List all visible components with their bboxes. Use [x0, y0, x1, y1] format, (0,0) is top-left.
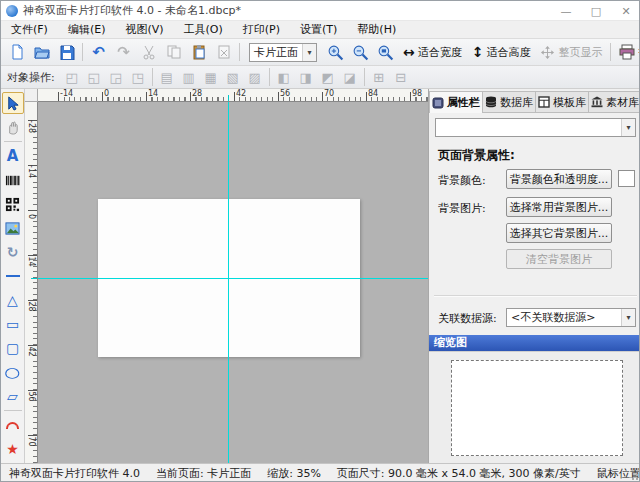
- print-preview-button[interactable]: 打印预览: [614, 42, 640, 63]
- status-app-name: 神奇双面卡片打印软件 4.0: [1, 466, 148, 481]
- toolbar-separator: [82, 43, 83, 61]
- tab-database[interactable]: 数据库: [483, 91, 536, 112]
- tab-database-label: 数据库: [500, 95, 533, 110]
- design-canvas[interactable]: [38, 102, 428, 463]
- whole-page-icon: [540, 45, 555, 60]
- v-ruler-label: 0: [27, 210, 36, 223]
- undo-button[interactable]: ↶: [86, 41, 111, 64]
- rounded-rect-icon: ▢: [6, 341, 19, 355]
- rectangle-tool[interactable]: ▭: [2, 313, 24, 335]
- tab-materials-label: 素材库: [606, 95, 639, 110]
- bg-image-common-button[interactable]: 选择常用背景图片...: [506, 197, 612, 217]
- tab-templates[interactable]: 模板库: [536, 91, 589, 112]
- select-tool[interactable]: [2, 92, 24, 114]
- bank-icon: [591, 96, 603, 108]
- line-tool[interactable]: [2, 265, 24, 287]
- object-op-icon: ▨: [244, 68, 266, 86]
- database-icon: [485, 96, 497, 108]
- v-ruler-label: 56: [27, 390, 36, 403]
- v-ruler: -28-140142842567084: [25, 102, 38, 463]
- ruler-corner: [25, 89, 38, 102]
- ruler-guide-marker: [228, 95, 229, 101]
- menu-item-settings[interactable]: 设置(T): [290, 21, 347, 39]
- zoom-ratio-button[interactable]: [373, 41, 398, 64]
- image-tool[interactable]: [2, 217, 24, 239]
- menu-item-print[interactable]: 打印(P): [233, 21, 290, 39]
- tab-properties[interactable]: 属性栏: [429, 91, 483, 113]
- fit-width-label: 适合宽度: [418, 45, 462, 60]
- ellipse-tool[interactable]: ○: [2, 361, 24, 383]
- chevron-down-icon[interactable]: ▾: [621, 309, 635, 326]
- delete-icon: [216, 44, 232, 60]
- menu-item-edit[interactable]: 编辑(E): [58, 21, 116, 39]
- menu-item-view[interactable]: 视图(V): [115, 21, 173, 39]
- thumbnail-preview[interactable]: [451, 360, 623, 456]
- cursor-icon: [5, 96, 20, 111]
- print-preview-icon: [619, 44, 635, 60]
- chevron-down-icon[interactable]: ▾: [302, 44, 316, 61]
- resize-grip[interactable]: [631, 473, 639, 481]
- qrcode-tool[interactable]: [2, 193, 24, 215]
- bg-color-swatch[interactable]: [618, 170, 635, 187]
- parallelogram-tool[interactable]: ▱: [2, 385, 24, 407]
- rounded-rect-tool[interactable]: ▢: [2, 337, 24, 359]
- qrcode-icon: [5, 197, 20, 212]
- arc-text-tool[interactable]: [2, 414, 24, 436]
- center-guide-horizontal: [38, 278, 428, 279]
- save-icon: [59, 44, 75, 60]
- menu-item-file[interactable]: 文件(F): [1, 21, 58, 39]
- ellipse-icon: ○: [5, 365, 21, 379]
- maximize-button[interactable]: □: [581, 1, 611, 21]
- fit-height-button[interactable]: ↕ 适合高度: [467, 42, 536, 63]
- bg-color-button[interactable]: 背景颜色和透明度...: [506, 169, 612, 189]
- status-bar: 神奇双面卡片打印软件 4.0 当前页面: 卡片正面 缩放: 35% 页面尺寸: …: [1, 463, 640, 482]
- object-op-icon: ◪: [339, 68, 361, 86]
- page-selector-combo[interactable]: 卡片正面 ▾: [249, 43, 317, 62]
- bg-image-clear-button: 清空背景图片: [506, 249, 612, 269]
- datasource-combo[interactable]: <不关联数据源> ▾: [506, 308, 636, 327]
- star-icon: ★: [6, 442, 19, 456]
- text-tool[interactable]: A: [2, 145, 24, 167]
- toolbar-separator: [364, 68, 365, 86]
- triangle-tool[interactable]: △: [2, 289, 24, 311]
- tab-materials[interactable]: 素材库: [589, 91, 640, 112]
- cut-icon: [141, 44, 157, 60]
- fit-width-button[interactable]: ↔ 适合宽度: [398, 42, 467, 63]
- star-tool[interactable]: ★: [2, 438, 24, 460]
- bg-image-other-button[interactable]: 选择其它背景图片...: [506, 223, 612, 243]
- menu-item-tools[interactable]: 工具(O): [174, 21, 233, 39]
- parallelogram-icon: ▱: [7, 389, 18, 403]
- paste-button[interactable]: [186, 41, 211, 64]
- zoom-in-button[interactable]: [323, 41, 348, 64]
- barcode-tool[interactable]: [2, 169, 24, 191]
- rectangle-icon: ▭: [6, 317, 19, 331]
- new-file-button[interactable]: [4, 41, 29, 64]
- chevron-down-icon[interactable]: ▾: [621, 119, 635, 136]
- h-ruler-label: 98: [412, 89, 422, 98]
- object-op-icon: ▥: [178, 68, 200, 86]
- cut-button: [136, 41, 161, 64]
- open-folder-icon: [34, 44, 50, 60]
- object-selector-combo[interactable]: ▾: [435, 118, 636, 137]
- object-op-icon: ◩: [317, 68, 339, 86]
- barcode-icon: [5, 173, 20, 188]
- zoom-out-button[interactable]: [348, 41, 373, 64]
- object-op-icon: ▦: [200, 68, 222, 86]
- open-file-button[interactable]: [29, 41, 54, 64]
- delete-object-button: [211, 41, 236, 64]
- toolbar-separator: [239, 43, 240, 61]
- v-ruler-label: 28: [27, 300, 36, 313]
- rotate-tool[interactable]: ↻: [2, 241, 24, 263]
- object-operations-toolbar: 对象操作: ◰◱◲◳▤▥▦▧▨◧◨◩◪⊞⊟: [1, 66, 640, 89]
- triangle-icon: △: [7, 293, 18, 307]
- save-button[interactable]: [54, 41, 79, 64]
- zoom-in-icon: [327, 44, 344, 61]
- fit-height-label: 适合高度: [486, 45, 530, 60]
- status-zoom: 缩放: 35%: [259, 466, 329, 481]
- minimize-button[interactable]: —: [551, 1, 581, 21]
- fit-width-icon: ↔: [403, 44, 415, 60]
- close-button[interactable]: ✕: [611, 1, 640, 21]
- menu-item-help[interactable]: 帮助(H): [347, 21, 406, 39]
- properties-icon: [432, 97, 444, 109]
- pan-tool: [2, 116, 24, 138]
